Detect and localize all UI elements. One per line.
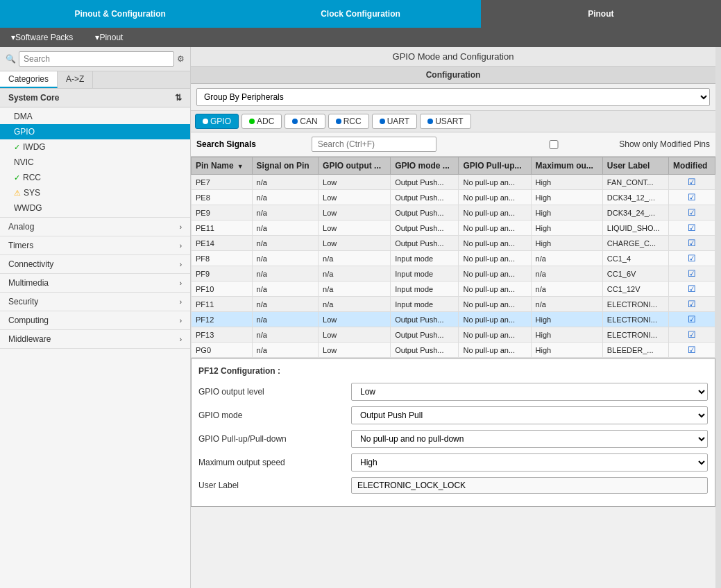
periph-tab-adc[interactable]: ADC	[241, 114, 282, 129]
pinout-menu[interactable]: ▾ Pinout	[84, 28, 134, 47]
config-select-2[interactable]: No pull-up and no pull-down	[351, 430, 708, 448]
config-select-0[interactable]: Low	[351, 383, 708, 401]
config-field-label: User Label	[198, 481, 351, 490]
warning-icon-sys: ⚠	[14, 189, 21, 198]
sidebar-item-rcc[interactable]: ✓ RCC	[0, 170, 190, 185]
sort-icon-pin: ▼	[237, 163, 244, 170]
group-by-select[interactable]: Group By Peripherals	[196, 88, 710, 106]
sidebar-item-iwdg[interactable]: ✓ IWDG	[0, 139, 190, 155]
cell-signal: n/a	[252, 312, 318, 327]
periph-tab-usart[interactable]: USART	[420, 114, 470, 129]
timers-group[interactable]: Timers ›	[0, 236, 190, 254]
th-gpio-output[interactable]: GPIO output ...	[319, 157, 391, 175]
table-row[interactable]: PF13 n/a Low Output Push... No pull-up a…	[192, 327, 715, 343]
computing-group[interactable]: Computing ›	[0, 311, 190, 329]
cell-label: DCK34_12_...	[602, 190, 668, 205]
system-core-group[interactable]: System Core ⇅	[0, 89, 190, 107]
cell-pull: No pull-up an...	[459, 236, 531, 251]
cell-speed: High	[531, 220, 602, 236]
checked-icon: ☑	[688, 223, 696, 233]
table-row[interactable]: PE9 n/a Low Output Push... No pull-up an…	[192, 205, 715, 220]
cell-pull: No pull-up an...	[459, 220, 531, 236]
table-row[interactable]: PF8 n/a n/a Input mode No pull-up an... …	[192, 251, 715, 266]
config-select-1[interactable]: Output Push Pull	[351, 406, 708, 424]
cell-label: CHARGE_C...	[602, 236, 668, 251]
sidebar-item-wwdg[interactable]: WWDG	[0, 200, 190, 216]
th-modified[interactable]: Modified	[669, 157, 715, 175]
analog-group[interactable]: Analog ›	[0, 218, 190, 236]
cell-pin: PE14	[192, 236, 253, 251]
cell-label: CC1_6V	[602, 266, 668, 282]
table-row[interactable]: PE11 n/a Low Output Push... No pull-up a…	[192, 220, 715, 236]
multimedia-group[interactable]: Multimedia ›	[0, 274, 190, 292]
tab-az[interactable]: A->Z	[58, 71, 93, 88]
cell-signal: n/a	[252, 327, 318, 343]
cell-output: Low	[319, 175, 391, 190]
sidebar-item-sys[interactable]: ⚠ SYS	[0, 185, 190, 200]
periph-tab-rcc[interactable]: RCC	[328, 114, 369, 129]
checked-icon: ☑	[688, 207, 696, 218]
table-row[interactable]: PE8 n/a Low Output Push... No pull-up an…	[192, 190, 715, 205]
cell-output: Low	[319, 312, 391, 327]
cell-signal: n/a	[252, 175, 318, 190]
th-max-speed[interactable]: Maximum ou...	[531, 157, 602, 175]
tab-categories[interactable]: Categories	[0, 71, 58, 88]
sidebar-search-input[interactable]	[19, 51, 174, 67]
cell-speed: High	[531, 175, 602, 190]
cell-mode: Output Push...	[391, 175, 459, 190]
cell-pin: PE11	[192, 220, 253, 236]
software-packs-menu[interactable]: ▾ Software Packs	[0, 28, 84, 47]
cell-modified: ☑	[669, 327, 715, 343]
security-group[interactable]: Security ›	[0, 293, 190, 311]
cell-mode: Input mode	[391, 282, 459, 297]
sidebar-item-nvic[interactable]: NVIC	[0, 155, 190, 170]
config-select-3[interactable]: High	[351, 453, 708, 472]
config-panel: PF12 Configuration : GPIO output levelLo…	[191, 358, 715, 507]
cell-mode: Output Push...	[391, 236, 459, 251]
th-gpio-pull[interactable]: GPIO Pull-up...	[459, 157, 531, 175]
connectivity-group[interactable]: Connectivity ›	[0, 255, 190, 273]
periph-tab-uart[interactable]: UART	[372, 114, 417, 129]
cell-signal: n/a	[252, 266, 318, 282]
config-input-4[interactable]	[351, 477, 708, 494]
cell-speed: High	[531, 236, 602, 251]
th-user-label[interactable]: User Label	[602, 157, 668, 175]
config-field-label: GPIO mode	[198, 410, 351, 420]
cell-signal: n/a	[252, 343, 318, 358]
sidebar-item-gpio[interactable]: GPIO	[0, 124, 190, 139]
settings-icon[interactable]: ⚙	[177, 54, 185, 64]
table-row[interactable]: PF10 n/a n/a Input mode No pull-up an...…	[192, 282, 715, 297]
middleware-group[interactable]: Middleware ›	[0, 330, 190, 348]
scrollbar[interactable]	[715, 47, 721, 588]
periph-tab-gpio[interactable]: GPIO	[195, 114, 239, 129]
checked-icon: ☑	[688, 238, 696, 248]
table-row[interactable]: PE14 n/a Low Output Push... No pull-up a…	[192, 236, 715, 251]
clock-config-tab[interactable]: Clock Configuration	[240, 0, 480, 28]
table-row[interactable]: PF12 n/a Low Output Push... No pull-up a…	[192, 312, 715, 327]
cell-pin: PE8	[192, 190, 253, 205]
table-row[interactable]: PF11 n/a n/a Input mode No pull-up an...…	[192, 297, 715, 312]
cell-modified: ☑	[669, 190, 715, 205]
cell-speed: High	[531, 190, 602, 205]
pinout-label: Pinout	[588, 9, 613, 19]
sort-arrows-icon: ⇅	[175, 93, 182, 103]
sidebar-item-dma[interactable]: DMA	[0, 109, 190, 124]
signal-search-input[interactable]	[312, 137, 436, 152]
cell-signal: n/a	[252, 297, 318, 312]
table-row[interactable]: PG0 n/a Low Output Push... No pull-up an…	[192, 343, 715, 358]
pinout-tab[interactable]: Pinout	[481, 0, 721, 28]
th-gpio-mode[interactable]: GPIO mode ...	[391, 157, 459, 175]
config-panel-title: PF12 Configuration :	[198, 366, 708, 376]
sidebar: 🔍 ⚙ Categories A->Z System Core ⇅ DMA	[0, 47, 191, 588]
th-signal[interactable]: Signal on Pin	[252, 157, 318, 175]
table-row[interactable]: PF9 n/a n/a Input mode No pull-up an... …	[192, 266, 715, 282]
th-pin-name[interactable]: Pin Name ▼	[192, 157, 253, 175]
adc-status-dot	[249, 119, 255, 124]
periph-tab-can[interactable]: CAN	[285, 114, 325, 129]
cell-pin: PF8	[192, 251, 253, 266]
cell-output: Low	[319, 236, 391, 251]
table-row[interactable]: PE7 n/a Low Output Push... No pull-up an…	[192, 175, 715, 190]
pinout-config-tab[interactable]: Pinout & Configuration	[0, 0, 240, 28]
show-modified-checkbox[interactable]	[491, 140, 616, 149]
checked-icon: ☑	[688, 299, 696, 309]
